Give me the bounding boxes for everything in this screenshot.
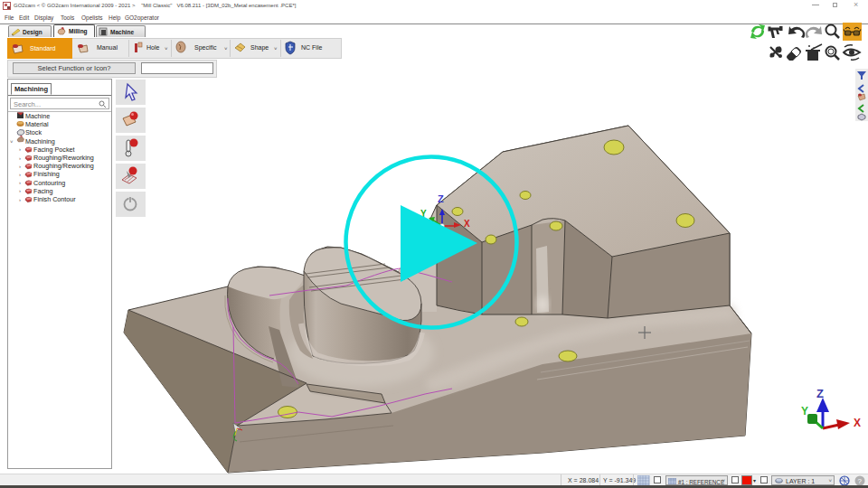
svg-text:X: X [464,219,470,229]
svg-text:?: ? [858,477,863,485]
svg-text:Y: Y [801,405,808,418]
svg-text:›: › [19,164,21,169]
svg-text:˅: ˅ [10,139,14,145]
svg-text:Roughing/Reworking: Roughing/Reworking [33,154,94,162]
svg-text:›: › [19,146,21,152]
svg-text:Roughing/Reworking: Roughing/Reworking [33,162,94,170]
svg-text:Contouring: Contouring [33,179,65,187]
svg-text:›: › [19,155,21,161]
svg-text:›: › [19,197,21,202]
svg-text:Z: Z [816,387,824,400]
svg-text:X: X [854,417,861,429]
svg-text:›: › [19,172,21,177]
svg-text:›: › [19,180,21,185]
svg-text:Stock: Stock [25,128,42,136]
svg-text:Facing: Facing [33,187,53,195]
svg-text:Finishing: Finishing [33,170,60,178]
svg-text:Facing Pocket: Facing Pocket [33,145,75,154]
svg-text:›: › [19,188,21,193]
svg-text:Machining: Machining [25,137,55,145]
svg-text:Finish Contour: Finish Contour [33,195,76,203]
svg-text:Machine: Machine [25,112,50,120]
svg-text:Z: Z [438,193,444,204]
svg-text:Material: Material [25,120,49,128]
